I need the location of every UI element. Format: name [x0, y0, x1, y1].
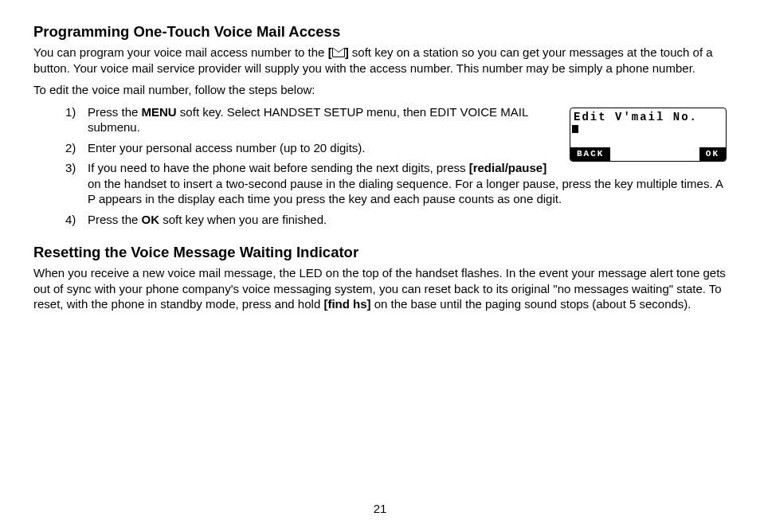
voicemail-icon [332, 48, 345, 57]
steps-list: Press the MENU soft key. Select HANDSET … [65, 104, 727, 233]
page-number: 21 [0, 501, 760, 517]
reset-post: on the base until the paging sound stops… [371, 297, 691, 311]
document-page: Programming One-Touch Voice Mail Access … [0, 0, 760, 532]
step-1: Press the MENU soft key. Select HANDSET … [65, 104, 727, 135]
step-3: If you need to have the phone wait befor… [65, 160, 727, 207]
step3-bold: [redial/pause] [469, 161, 547, 174]
step3-post: on the handset to insert a two-second pa… [88, 177, 723, 206]
step1-bold: MENU [142, 105, 177, 119]
steps-intro: To edit the voice mail number, follow th… [33, 82, 727, 98]
step4-post: soft key when you are finished. [159, 213, 327, 226]
step4-bold: OK [142, 213, 160, 226]
reset-paragraph: When you receive a new voice mail messag… [33, 265, 727, 312]
heading-program-vmail: Programming One-Touch Voice Mail Access [33, 22, 727, 41]
step-4: Press the OK soft key when you are finis… [65, 212, 727, 228]
intro-paragraph: You can program your voice mail access n… [33, 45, 727, 76]
step1-pre: Press the [88, 105, 142, 119]
step3-pre: If you need to have the phone wait befor… [88, 161, 469, 174]
step-2: Enter your personal access number (up to… [65, 140, 727, 156]
reset-bold: [find hs] [323, 297, 370, 311]
heading-reset-indicator: Resetting the Voice Message Waiting Indi… [33, 243, 727, 262]
step4-pre: Press the [88, 213, 142, 226]
intro-text-before-icon: You can program your voice mail access n… [33, 45, 328, 59]
